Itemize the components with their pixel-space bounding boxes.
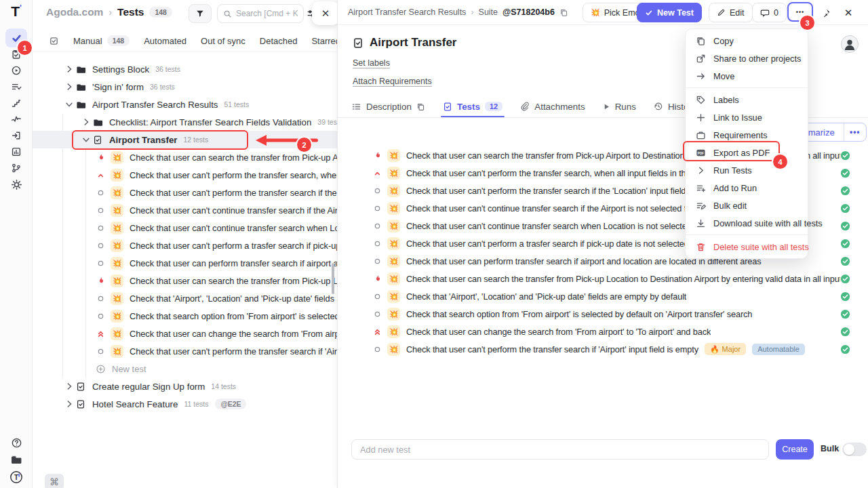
test-row[interactable]: 💥Check that search option from 'From air…	[338, 305, 868, 323]
test-row[interactable]: 💥Check that user can search the transfer…	[338, 270, 868, 287]
bulk-toggle[interactable]	[842, 443, 867, 456]
menu-item-add-to-run[interactable]: Add to Run	[686, 179, 808, 197]
new-test-button[interactable]: New Test	[637, 3, 702, 22]
menu-item-run-tests[interactable]: Run Tests	[686, 161, 808, 179]
report-icon[interactable]	[5, 144, 27, 160]
more-actions-button[interactable]: •••	[787, 2, 813, 22]
runs-play-icon[interactable]	[5, 62, 27, 79]
menu-item-label: Requirements	[713, 130, 768, 140]
chevron-right-icon[interactable]	[64, 82, 76, 92]
priority-normal-icon	[372, 310, 382, 318]
tree-test-row[interactable]: 💥Check that user can search the transfer…	[33, 272, 337, 289]
tree-test-row[interactable]: 💥Check that user can't perform the trans…	[33, 184, 337, 201]
tree-test-row[interactable]: 💥Check that user can't continue transfer…	[33, 219, 337, 237]
summarize-more-button[interactable]: •••	[844, 123, 866, 141]
tree-test-row[interactable]: 💥Check that 'Airport', 'Location' and 'P…	[33, 289, 337, 307]
tree-test-row[interactable]: 💥Check that user can search the transfer…	[33, 148, 337, 166]
help-icon[interactable]	[11, 437, 22, 449]
tab-description[interactable]: Description	[351, 96, 425, 117]
chevron-down-icon[interactable]	[81, 135, 93, 144]
filter-button[interactable]	[189, 4, 212, 23]
test-row[interactable]: 💥Check that user can't perform the trans…	[338, 340, 868, 358]
tab-runs[interactable]: Runs	[603, 96, 636, 117]
menu-item-labels[interactable]: Labels	[686, 91, 808, 108]
checklist-icon[interactable]	[5, 79, 27, 95]
menu-item-export-as-pdf[interactable]: PDFExport as PDF	[686, 144, 808, 161]
suite-count: 11 tests	[184, 400, 208, 408]
tree-test-row[interactable]: 💥Check that search option from 'From air…	[33, 307, 337, 325]
menu-divider	[686, 235, 808, 235]
set-labels-link[interactable]: Set labels	[353, 58, 390, 68]
test-row[interactable]: 💥Check that user can change the search f…	[338, 323, 868, 340]
menu-item-delete-suite-with-all-tests[interactable]: Delete suite with all tests	[686, 238, 808, 256]
attach-requirements-link[interactable]: Attach Requirements	[353, 77, 432, 86]
projects-folder-icon[interactable]	[10, 453, 22, 466]
tree-test-row[interactable]: 💥Check that user can't perform a trasfer…	[33, 237, 337, 254]
steps-icon[interactable]	[5, 95, 27, 111]
pin-button[interactable]	[816, 4, 834, 22]
filter-tab-starred[interactable]: Starred	[311, 36, 337, 46]
suite-row-settings-block[interactable]: Settings Block 36 tests	[33, 60, 337, 78]
import-icon[interactable]	[5, 127, 27, 144]
test-emoji: 💥	[111, 151, 123, 164]
suites-tree: Settings Block 36 tests 'Sign in' form 3…	[33, 60, 337, 413]
filter-tab-manual[interactable]: Manual148	[73, 35, 130, 46]
tests-check-icon[interactable]	[5, 28, 27, 47]
copy-icon[interactable]	[416, 102, 425, 111]
edit-button[interactable]: Edit	[709, 3, 753, 22]
chevron-down-icon[interactable]	[64, 100, 76, 109]
chevron-right-icon[interactable]	[64, 399, 76, 409]
suite-row-airport-transfer-search-results[interactable]: Airport Transfer Search Results 51 tests	[33, 96, 337, 113]
copy-icon[interactable]	[559, 8, 568, 17]
filter-tab-detached[interactable]: Detached	[260, 36, 298, 46]
history-icon	[654, 102, 663, 111]
tree-test-row[interactable]: 💥Check that user can't perform the trans…	[33, 166, 337, 184]
menu-item-bulk-edit[interactable]: Bulk edit	[686, 197, 808, 214]
branch-icon[interactable]	[5, 160, 27, 176]
chevron-right-icon[interactable]	[64, 64, 76, 74]
tree-scrollbar-thumb[interactable]	[332, 263, 334, 294]
priority-normal-icon	[96, 207, 106, 214]
tab-attachments[interactable]: Attachments	[520, 96, 585, 117]
brand-circle-icon[interactable]: T	[9, 470, 23, 484]
tree-test-row[interactable]: 💥Check that user can perform transfer se…	[33, 254, 337, 272]
menu-item-link-to-issue[interactable]: Link to Issue	[686, 108, 808, 126]
suite-breadcrumb-parent[interactable]: Airport Transfer Search Results	[348, 7, 466, 17]
avatar[interactable]	[841, 35, 859, 53]
menu-item-move[interactable]: Move	[686, 67, 808, 85]
priority-normal-icon	[96, 189, 106, 197]
search-input[interactable]	[236, 9, 298, 18]
plan-clipboard-icon[interactable]	[5, 46, 27, 62]
menu-item-download-suite-with-all-tests[interactable]: Download suite with all tests	[686, 214, 808, 232]
suite-row-airport-transfer-selected[interactable]: Airport Transfer 12 tests	[33, 131, 337, 148]
suite-row-sign-in-form[interactable]: 'Sign in' form 36 tests	[33, 78, 337, 96]
menu-item-copy[interactable]: Copy	[686, 32, 808, 49]
new-test-row[interactable]: New test	[33, 360, 337, 378]
create-button[interactable]: Create	[776, 439, 814, 460]
passed-status-icon	[840, 274, 850, 284]
filter-tab-out-of-sync[interactable]: Out of sync	[201, 36, 245, 46]
tree-test-row[interactable]: 💥Check that user can't perform the trans…	[33, 342, 337, 360]
app-logo[interactable]: T'	[0, 3, 33, 20]
test-row[interactable]: 💥Check that 'Airport', 'Location' and 'P…	[338, 287, 868, 305]
filter-tab-automated[interactable]: Automated	[144, 36, 186, 46]
tab-tests[interactable]: Tests 12	[443, 96, 502, 117]
tree-test-row[interactable]: 💥Check that user can change the search f…	[33, 325, 337, 342]
add-test-input[interactable]	[360, 445, 760, 455]
tree-test-row[interactable]: 💥Check that user can't continue transfer…	[33, 201, 337, 219]
menu-item-requirements[interactable]: Requirements	[686, 126, 808, 144]
chevron-right-icon[interactable]	[81, 117, 93, 127]
suite-row-create-sign-up[interactable]: Create regular Sign Up form 14 tests	[33, 378, 337, 395]
chevron-right-icon[interactable]	[64, 382, 76, 391]
breadcrumb-project[interactable]: Agoda.com	[46, 6, 103, 18]
settings-gear-icon[interactable]	[5, 176, 27, 192]
suite-row-checklist[interactable]: Checklist: Airport Transfer Search Field…	[33, 113, 337, 131]
comments-button[interactable]: 0	[752, 3, 787, 22]
menu-item-share-to-other-projects[interactable]: Share to other projects	[686, 49, 808, 67]
close-panel-button[interactable]: ✕	[312, 1, 337, 25]
pulse-icon[interactable]	[5, 111, 27, 127]
suite-row-hotel-search[interactable]: Hotel Search Feature 11 tests @E2E	[33, 395, 337, 413]
search-box[interactable]	[217, 4, 304, 23]
select-all-icon[interactable]	[49, 36, 59, 46]
close-suite-button[interactable]: ✕	[840, 4, 857, 22]
